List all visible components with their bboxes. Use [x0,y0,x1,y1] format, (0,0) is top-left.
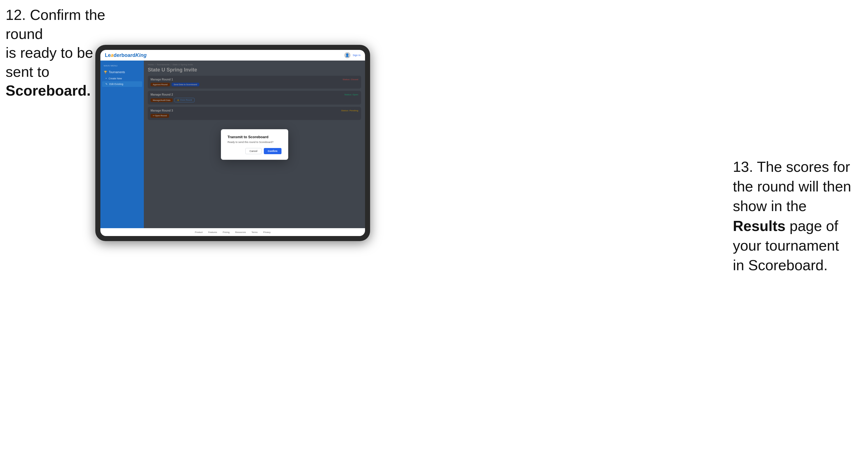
modal-actions: Cancel Confirm [228,148,281,154]
footer-terms[interactable]: Terms [251,231,258,234]
logo-area: LeaderboardKing [105,53,147,58]
instruction-emphasis: Scoreboard. [6,83,91,99]
plus-icon: + [105,77,107,80]
nav-right: 👤 Sign In [344,52,361,58]
main-area: MAIN MENU 🏆 Tournaments + Create New ✎ E… [100,61,365,228]
footer-product[interactable]: Product [195,231,203,234]
logo: LeaderboardKing [105,53,147,58]
tournaments-label: Tournaments [109,71,125,74]
footer-features[interactable]: Features [208,231,217,234]
modal-overlay: Transmit to Scoreboard Ready to send thi… [144,61,365,228]
sidebar: MAIN MENU 🏆 Tournaments + Create New ✎ E… [100,61,144,228]
footer-resources[interactable]: Resources [235,231,246,234]
sidebar-item-tournaments[interactable]: 🏆 Tournaments [100,69,144,76]
confirm-button[interactable]: Confirm [264,148,281,154]
cancel-button[interactable]: Cancel [245,148,261,154]
trophy-icon: 🏆 [104,71,107,74]
tablet-screen: LeaderboardKing 👤 Sign In MAIN MENU 🏆 To… [100,50,365,236]
edit-icon: ✎ [105,83,108,86]
main-menu-label: MAIN MENU [100,63,144,69]
create-new-label: Create New [108,77,122,80]
instruction-right: 13. The scores for the round will then s… [733,157,851,275]
sidebar-item-edit-existing[interactable]: ✎ Edit Existing [102,81,142,87]
tablet-frame: LeaderboardKing 👤 Sign In MAIN MENU 🏆 To… [95,45,370,241]
instruction-right-emphasis: Results [733,218,785,234]
footer-pricing[interactable]: Pricing [223,231,229,234]
footer-privacy[interactable]: Privacy [263,231,271,234]
sign-in-link[interactable]: Sign In [353,54,361,57]
top-navbar: LeaderboardKing 👤 Sign In [100,50,365,61]
page-content: Home / Tournaments / State U Spring Invi… [144,61,365,228]
edit-existing-label: Edit Existing [109,83,123,86]
sidebar-item-create-new[interactable]: + Create New [100,76,144,81]
tablet-footer: Product Features Pricing Resources Terms… [100,228,365,236]
modal-subtitle: Ready to send this round to Scoreboard? [228,141,281,144]
avatar: 👤 [344,52,350,58]
modal-title: Transmit to Scoreboard [228,135,281,139]
modal-box: Transmit to Scoreboard Ready to send thi… [221,129,288,160]
